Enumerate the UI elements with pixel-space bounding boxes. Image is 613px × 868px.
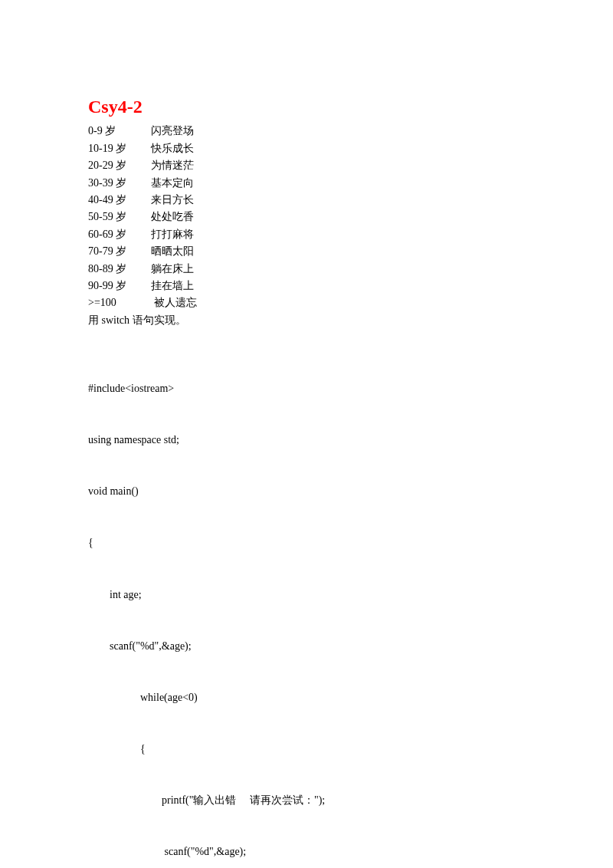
table-row: 70-79 岁 晒晒太阳 xyxy=(88,243,525,260)
table-row: 40-49 岁 来日方长 xyxy=(88,192,525,209)
document-page: Csy4-2 0-9 岁 闪亮登场 10-19 岁 快乐成长 20-29 岁 为… xyxy=(0,0,613,868)
table-row: 90-99 岁 挂在墙上 xyxy=(88,278,525,294)
code-line: printf("输入出错 请再次尝试："); xyxy=(88,792,525,809)
age-range-table: 0-9 岁 闪亮登场 10-19 岁 快乐成长 20-29 岁 为情迷茫 30-… xyxy=(88,123,525,311)
table-row: 30-39 岁 基本定向 xyxy=(88,175,525,192)
table-row: 80-89 岁 躺在床上 xyxy=(88,261,525,278)
code-block: #include<iostream> using namespace std; … xyxy=(88,346,525,868)
code-line: void main() xyxy=(88,483,525,500)
table-row: 0-9 岁 闪亮登场 xyxy=(88,123,525,140)
document-title: Csy4-2 xyxy=(88,92,525,121)
table-row: 10-19 岁 快乐成长 xyxy=(88,140,525,157)
table-row: >=100 被人遗忘 xyxy=(88,294,525,311)
table-row: 20-29 岁 为情迷茫 xyxy=(88,157,525,174)
code-line: while(age<0) xyxy=(88,689,525,706)
code-line: scanf("%d",&age); xyxy=(88,843,525,860)
code-line: { xyxy=(88,741,525,758)
code-line: #include<iostream> xyxy=(88,380,525,397)
table-row: 60-69 岁 打打麻将 xyxy=(88,226,525,243)
instruction-text: 用 switch 语句实现。 xyxy=(88,312,525,329)
code-line: { xyxy=(88,534,525,551)
table-row: 50-59 岁 处处吃香 xyxy=(88,209,525,225)
code-line: int age; xyxy=(88,587,525,603)
code-line: using namespace std; xyxy=(88,432,525,449)
code-line: scanf("%d",&age); xyxy=(88,638,525,655)
